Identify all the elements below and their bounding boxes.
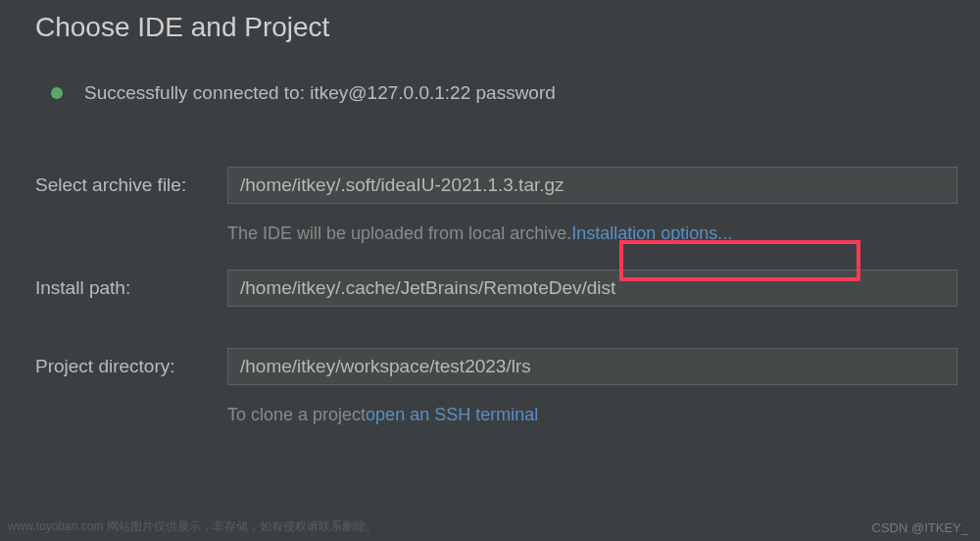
project-input[interactable]: [227, 348, 957, 385]
footer-left-watermark: www.toyoban.com 网站图片仅供展示，非存储，如有侵权请联系删除。: [8, 518, 377, 535]
install-label: Install path:: [0, 277, 227, 299]
archive-helper-text: The IDE will be uploaded from local arch…: [227, 223, 571, 244]
status-dot-icon: [51, 87, 63, 99]
project-label: Project directory:: [0, 356, 227, 377]
form-area: Select archive file: The IDE will be upl…: [0, 104, 980, 425]
connection-status: Successfully connected to: itkey@127.0.0…: [0, 43, 980, 104]
project-row: Project directory:: [0, 348, 980, 385]
archive-label: Select archive file:: [0, 174, 227, 196]
install-row: Install path:: [0, 270, 980, 307]
footer-right-watermark: CSDN @ITKEY_: [872, 520, 968, 535]
project-helper-text: To clone a project: [227, 405, 366, 425]
status-text: Successfully connected to: itkey@127.0.0…: [84, 82, 556, 104]
open-ssh-terminal-link[interactable]: open an SSH terminal: [366, 405, 538, 425]
archive-helper-row: The IDE will be uploaded from local arch…: [0, 223, 980, 244]
install-input[interactable]: [227, 270, 957, 307]
archive-row: Select archive file:: [0, 167, 980, 204]
project-helper-row: To clone a project open an SSH terminal: [0, 405, 980, 425]
page-title: Choose IDE and Project: [0, 0, 980, 43]
installation-options-link[interactable]: Installation options...: [571, 223, 732, 244]
archive-input[interactable]: [227, 167, 957, 204]
